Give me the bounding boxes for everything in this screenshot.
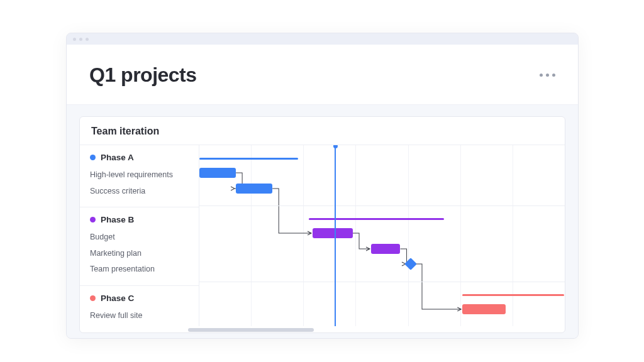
phase-color-icon	[90, 217, 96, 222]
task-bar[interactable]	[313, 228, 353, 238]
task-label[interactable]: High-level requirements	[90, 167, 189, 184]
traffic-light-icon	[73, 38, 76, 41]
phase-group: Phase CReview full site	[80, 286, 199, 332]
phase-summary-bar[interactable]	[199, 158, 298, 160]
phase-color-icon	[90, 155, 96, 160]
timeline-grid	[199, 145, 565, 326]
phase-title[interactable]: Phase C	[90, 293, 189, 303]
phase-title[interactable]: Phase A	[90, 153, 189, 162]
horizontal-scrollbar[interactable]	[80, 327, 565, 332]
task-label[interactable]: Marketing plan	[90, 246, 189, 262]
dot-icon	[540, 74, 543, 77]
phase-color-icon	[90, 295, 96, 301]
timeline-area[interactable]	[199, 145, 565, 326]
phase-label: Phase C	[101, 293, 134, 303]
task-bar[interactable]	[462, 304, 506, 314]
scrollbar-thumb[interactable]	[188, 328, 314, 332]
phase-label: Phase B	[101, 215, 134, 224]
app-window: Q1 projects Team iteration Phase AHigh-l…	[66, 33, 579, 339]
task-label[interactable]: Review full site	[90, 308, 189, 324]
page-header: Q1 projects	[67, 45, 578, 105]
gantt-card: Team iteration Phase AHigh-level require…	[79, 116, 565, 333]
page-title: Q1 projects	[89, 63, 197, 87]
task-label[interactable]: Team presentation	[90, 261, 189, 278]
more-options-button[interactable]	[540, 74, 555, 77]
phase-summary-bar[interactable]	[462, 294, 564, 296]
traffic-light-icon	[86, 38, 89, 41]
today-marker	[335, 145, 336, 326]
card-title: Team iteration	[80, 117, 565, 145]
phase-group: Phase BBudgetMarketing planTeam presenta…	[80, 207, 199, 286]
gantt-container: Phase AHigh-level requirementsSuccess cr…	[80, 145, 565, 326]
phase-summary-bar[interactable]	[309, 218, 444, 220]
task-label[interactable]: Budget	[90, 229, 189, 246]
phase-group: Phase AHigh-level requirementsSuccess cr…	[80, 145, 199, 207]
traffic-light-icon	[79, 38, 82, 41]
task-bar[interactable]	[236, 184, 272, 194]
dot-icon	[546, 74, 549, 77]
content-area: Team iteration Phase AHigh-level require…	[67, 105, 578, 338]
row-divider	[199, 206, 565, 206]
dot-icon	[552, 74, 555, 77]
task-bar[interactable]	[371, 244, 400, 254]
task-bar[interactable]	[199, 168, 236, 178]
window-titlebar	[67, 33, 578, 45]
phase-label: Phase A	[101, 153, 134, 162]
phase-title[interactable]: Phase B	[90, 215, 189, 224]
task-label[interactable]: Success criteria	[90, 184, 189, 200]
row-divider	[199, 282, 565, 282]
task-list: Phase AHigh-level requirementsSuccess cr…	[80, 145, 199, 326]
